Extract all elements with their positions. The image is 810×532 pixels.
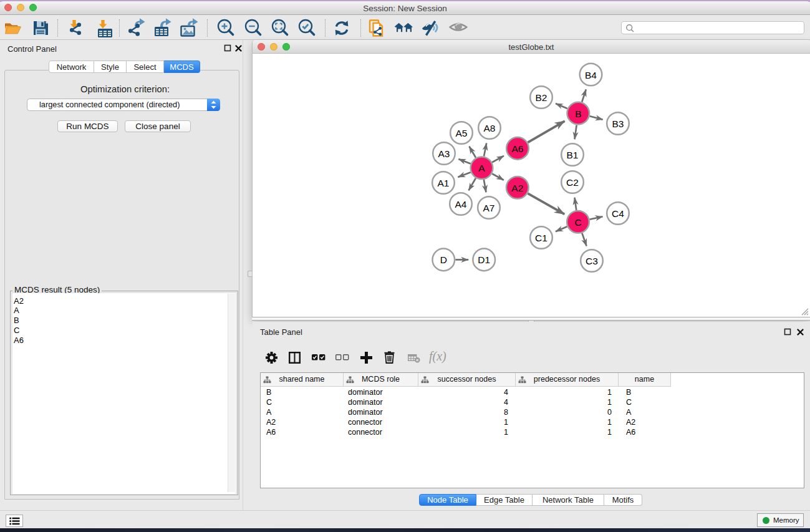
svg-text:C2: C2 [566,177,579,188]
svg-text:B: B [575,109,581,119]
svg-text:D1: D1 [478,254,490,265]
svg-text:D: D [440,254,447,265]
svg-text:A6: A6 [512,143,524,154]
svg-text:A: A [478,163,485,173]
svg-text:A8: A8 [484,123,496,133]
svg-text:A3: A3 [438,148,450,159]
svg-text:C: C [574,217,581,228]
svg-text:A2: A2 [511,183,523,193]
svg-text:C1: C1 [535,233,547,243]
svg-text:A7: A7 [483,203,495,213]
svg-text:B2: B2 [536,92,547,103]
svg-text:A1: A1 [438,178,450,188]
svg-text:B3: B3 [612,118,624,129]
svg-text:C4: C4 [612,208,624,219]
svg-text:C3: C3 [586,256,598,266]
svg-text:A5: A5 [456,128,468,138]
svg-text:B4: B4 [585,70,597,80]
svg-text:B1: B1 [567,150,579,160]
svg-text:A4: A4 [455,199,467,210]
